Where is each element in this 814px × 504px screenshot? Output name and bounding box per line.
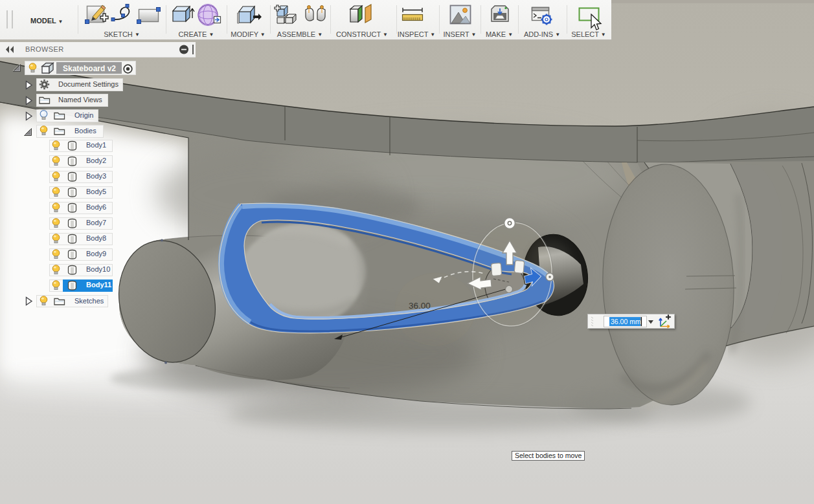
svg-text:36.00: 36.00 bbox=[409, 301, 431, 311]
